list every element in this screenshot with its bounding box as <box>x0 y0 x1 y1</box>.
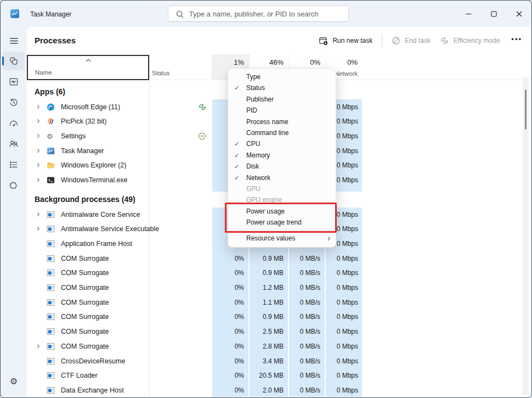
name-column-header[interactable]: Name <box>27 55 149 80</box>
startup-apps-icon <box>9 119 19 128</box>
net-value: 0 Mbps <box>326 357 358 365</box>
sidebar-item-startup-apps[interactable] <box>3 114 25 133</box>
menu-item-resource-values[interactable]: Resource values <box>228 233 336 244</box>
disk-total-value: 0% <box>310 58 320 66</box>
process-row[interactable]: COM Surrogate0%1.2 MB0 MB/s0 Mbps <box>27 281 531 295</box>
expand-chevron-icon[interactable] <box>36 163 39 167</box>
menu-item-label: Resource values <box>246 234 295 242</box>
process-row[interactable]: COM Surrogate0%0.9 MB0 MB/s0 Mbps <box>27 251 531 266</box>
status-column-header[interactable]: Status <box>152 70 170 76</box>
process-name: Task Manager <box>61 147 104 155</box>
process-name: Settings <box>61 132 86 140</box>
app-icon <box>47 313 55 321</box>
process-row[interactable]: CTF Loader0%20.5 MB0 MB/s0 Mbps <box>27 368 531 383</box>
app-icon <box>47 240 55 248</box>
vertical-scrollbar[interactable] <box>523 77 529 395</box>
expand-chevron-icon[interactable] <box>36 227 39 231</box>
expand-chevron-icon[interactable] <box>36 344 39 348</box>
page-title: Processes <box>35 27 76 54</box>
end-task-button[interactable]: End task <box>392 36 431 45</box>
expand-chevron-icon[interactable] <box>36 149 39 153</box>
net-value: 0 Mbps <box>326 255 358 262</box>
process-row[interactable]: COM Surrogate0%0.9 MB0 MB/s0 Mbps <box>27 266 531 281</box>
sidebar-item-processes[interactable] <box>3 52 25 70</box>
performance-icon <box>9 77 19 87</box>
run-new-task-button[interactable]: Run new task <box>319 36 372 46</box>
taskmgr-icon <box>47 147 55 155</box>
process-name: COM Surrogate <box>61 269 109 277</box>
process-name: COM Surrogate <box>61 299 109 306</box>
mem-value: 3.4 MB <box>250 357 284 365</box>
app-icon <box>47 210 55 218</box>
menu-item-status[interactable]: ✓Status <box>228 82 336 93</box>
process-row[interactable]: COM Surrogate0%2.8 MB0 MB/s0 Mbps <box>27 339 531 354</box>
search-input[interactable] <box>189 7 346 21</box>
minimize-button[interactable] <box>456 1 481 27</box>
menu-item-publisher[interactable]: Publisher <box>228 94 336 105</box>
memory-total-value: 46% <box>269 58 284 66</box>
menu-item-label: Process name <box>246 118 288 126</box>
menu-item-pid[interactable]: PID <box>228 105 336 116</box>
cpu-value: 0% <box>212 255 244 262</box>
leaf-icon <box>198 103 207 111</box>
process-row[interactable]: COM Surrogate0%0.9 MB0 MB/s0 Mbps <box>27 310 531 324</box>
menu-item-network[interactable]: ✓Network <box>228 172 336 183</box>
menu-item-label: Memory <box>246 152 270 159</box>
menu-item-cpu[interactable]: ✓CPU <box>228 138 336 149</box>
folder-icon <box>47 161 55 170</box>
mem-value: 1.2 MB <box>250 284 284 292</box>
sidebar-item-users[interactable] <box>3 134 25 153</box>
sort-ascending-icon <box>84 58 92 63</box>
cpu-value: 0% <box>212 386 244 394</box>
process-row[interactable]: CrossDeviceResume0%3.4 MB0 MB/s0 Mbps <box>27 354 531 368</box>
process-name: Application Frame Host <box>61 240 132 248</box>
menu-item-process-name[interactable]: Process name <box>228 116 336 127</box>
expand-chevron-icon[interactable] <box>36 212 39 216</box>
mem-value: 2.0 MB <box>250 386 284 394</box>
expand-chevron-icon[interactable] <box>36 178 39 182</box>
expand-chevron-icon[interactable] <box>36 119 39 123</box>
menu-item-memory[interactable]: ✓Memory <box>228 150 336 161</box>
process-name: Data Exchange Host <box>61 386 124 394</box>
process-row[interactable]: COM Surrogate0%2.5 MB0 MB/s0 Mbps <box>27 324 531 339</box>
close-button[interactable] <box>506 1 531 27</box>
sidebar-item-details[interactable] <box>3 155 25 174</box>
expand-chevron-icon[interactable] <box>36 105 39 109</box>
menu-item-type[interactable]: Type <box>228 71 336 82</box>
details-icon <box>9 160 19 170</box>
sidebar-item-settings[interactable]: ⚙ <box>3 372 25 391</box>
sidebar-item-services[interactable] <box>3 176 25 195</box>
process-name: CrossDeviceResume <box>61 357 125 365</box>
process-name: COM Surrogate <box>61 284 109 292</box>
pause-icon <box>198 132 206 140</box>
cpu-value: 0% <box>212 372 244 379</box>
menu-item-command-line[interactable]: Command line <box>228 127 336 138</box>
checkmark-icon: ✓ <box>234 172 239 183</box>
more-options-button[interactable]: ••• <box>509 35 524 47</box>
process-row[interactable]: Data Exchange Host0%2.0 MB0 MB/s0 Mbps <box>27 383 531 397</box>
task-manager-window: Task Manager <box>0 0 532 398</box>
end-task-icon <box>392 36 400 45</box>
group-label: Apps (6) <box>35 87 65 96</box>
scrollbar-thumb[interactable] <box>525 89 527 130</box>
mem-value: 0.9 MB <box>250 255 284 262</box>
menu-item-disk[interactable]: ✓Disk <box>228 161 336 172</box>
process-name: COM Surrogate <box>61 313 109 321</box>
app-icon <box>47 386 55 394</box>
cpu-value: 0% <box>212 299 244 306</box>
maximize-button[interactable] <box>481 1 506 27</box>
process-row[interactable]: COM Surrogate0%1.1 MB0 MB/s0 Mbps <box>27 295 531 310</box>
leaf-status-icon <box>198 103 207 111</box>
expand-chevron-icon[interactable] <box>36 134 39 138</box>
content-panel: Processes Run new task End t <box>27 27 531 397</box>
net-value: 0 Mbps <box>326 386 358 394</box>
process-name: COM Surrogate <box>61 255 109 262</box>
picpick-icon <box>47 117 55 126</box>
sidebar-item-performance[interactable] <box>3 72 25 91</box>
efficiency-mode-button[interactable]: Efficiency mode <box>440 36 500 46</box>
sidebar-item-app-history[interactable] <box>3 93 25 112</box>
mem-value: 0.9 MB <box>250 313 284 321</box>
titlebar: Task Manager <box>1 1 531 27</box>
hamburger-menu-button[interactable] <box>3 31 25 50</box>
search-box[interactable] <box>168 5 349 22</box>
